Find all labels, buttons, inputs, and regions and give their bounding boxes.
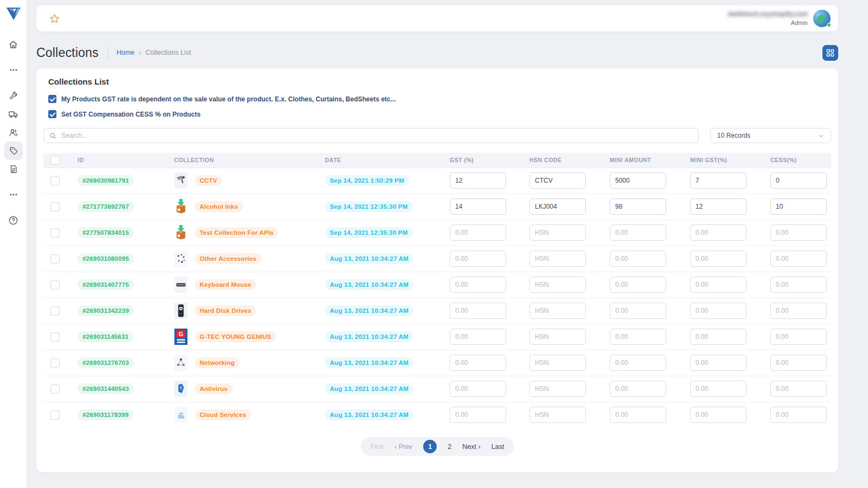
row-checkbox[interactable]: [50, 410, 60, 420]
pagination-first[interactable]: First: [371, 443, 384, 451]
hsn-code-input[interactable]: [529, 407, 586, 423]
gst-input[interactable]: [450, 172, 506, 189]
hsn-code-input[interactable]: [529, 224, 586, 241]
gst-input[interactable]: [450, 251, 506, 267]
row-checkbox[interactable]: [50, 280, 60, 290]
mini-gst-input[interactable]: [690, 198, 746, 215]
gst-option-checkbox[interactable]: [48, 110, 56, 118]
gst-input[interactable]: [450, 381, 506, 397]
mini-gst-input[interactable]: [690, 172, 746, 189]
row-checkbox[interactable]: [50, 254, 60, 264]
records-dropdown[interactable]: 10 Records: [710, 128, 831, 143]
row-checkbox[interactable]: [50, 202, 60, 211]
mini-amount-input[interactable]: [610, 277, 666, 293]
mini-gst-input[interactable]: [690, 407, 746, 423]
sidebar-item-home[interactable]: [4, 35, 23, 54]
sidebar-item-ellipsis[interactable]: [4, 61, 23, 79]
sidebar-item-ellipsis[interactable]: [4, 185, 23, 204]
cess-input[interactable]: [770, 407, 827, 423]
favorite-star-icon[interactable]: [48, 12, 61, 25]
row-checkbox[interactable]: [50, 228, 60, 237]
hsn-code-input[interactable]: [529, 381, 586, 397]
cess-input[interactable]: [770, 277, 827, 293]
row-checkbox[interactable]: [50, 384, 60, 394]
collection-name-badge[interactable]: Alcohol Inks: [195, 201, 243, 212]
mini-amount-input[interactable]: [610, 355, 666, 371]
sidebar-item-wrench[interactable]: [4, 86, 23, 105]
collection-name-badge[interactable]: Keyboard Mouse: [195, 279, 256, 290]
sidebar-item-document[interactable]: [4, 160, 23, 178]
gst-input[interactable]: [450, 329, 506, 345]
search-input[interactable]: [60, 131, 693, 140]
hsn-code-input[interactable]: [529, 277, 586, 293]
pagination-page-1[interactable]: 1: [423, 440, 437, 453]
hsn-code-input[interactable]: [529, 355, 586, 371]
mini-gst-input[interactable]: [690, 224, 746, 241]
hsn-code-input[interactable]: [529, 172, 586, 189]
mini-amount-input[interactable]: [610, 303, 666, 319]
row-checkbox[interactable]: [50, 358, 60, 368]
collection-name-badge[interactable]: G-TEC YOUNG GENIUS: [195, 331, 276, 342]
cess-input[interactable]: [770, 303, 827, 319]
cess-input[interactable]: [770, 381, 827, 397]
gst-input[interactable]: [450, 355, 506, 371]
cess-input[interactable]: [770, 251, 827, 267]
mini-amount-input[interactable]: [610, 329, 666, 345]
layout-grid-button[interactable]: [822, 45, 838, 61]
pagination-page-2[interactable]: 2: [448, 443, 451, 451]
mini-gst-input[interactable]: [690, 251, 746, 267]
pagination-next[interactable]: Next ›: [462, 443, 480, 451]
mini-amount-input[interactable]: [610, 407, 666, 423]
hsn-code-input[interactable]: [529, 198, 586, 215]
mini-amount-input[interactable]: [610, 251, 666, 267]
avatar[interactable]: [813, 10, 831, 27]
sidebar-item-tag[interactable]: [4, 142, 23, 160]
row-checkbox[interactable]: [50, 306, 60, 316]
row-id-badge: #269031080095: [78, 253, 134, 264]
mini-gst-input[interactable]: [690, 277, 746, 293]
cess-input[interactable]: [770, 355, 827, 371]
collection-name-badge[interactable]: Hard Disk Drives: [195, 305, 256, 316]
cess-input[interactable]: [770, 224, 827, 241]
keyboard-thumbnail: [174, 277, 188, 293]
row-checkbox[interactable]: [50, 176, 60, 185]
app-logo[interactable]: [5, 7, 22, 23]
collection-name-badge[interactable]: Cloud Services: [195, 409, 251, 420]
mini-gst-input[interactable]: [690, 355, 746, 371]
hsn-code-input[interactable]: [529, 251, 586, 267]
select-all-checkbox[interactable]: [50, 156, 60, 165]
gst-input[interactable]: [450, 277, 506, 293]
pagination-prev[interactable]: ‹ Prev: [394, 443, 412, 451]
row-id-badge: #269031440543: [78, 383, 134, 394]
gst-input[interactable]: [450, 407, 506, 423]
breadcrumb-home-link[interactable]: Home: [117, 49, 135, 56]
hsn-code-input[interactable]: [529, 303, 586, 319]
hsn-code-input[interactable]: [529, 329, 586, 345]
gst-input[interactable]: [450, 224, 506, 241]
mini-gst-input[interactable]: [690, 329, 746, 345]
mini-gst-input[interactable]: [690, 381, 746, 397]
collection-name-badge[interactable]: Other Accessories: [195, 253, 261, 264]
collection-name-badge[interactable]: CCTV: [195, 175, 222, 186]
mini-amount-input[interactable]: [610, 381, 666, 397]
pagination-last[interactable]: Last: [492, 443, 505, 451]
collection-name-badge[interactable]: Antivirus: [195, 383, 233, 394]
collection-name-badge[interactable]: Networking: [195, 357, 240, 368]
cess-input[interactable]: [770, 329, 827, 345]
mini-amount-input[interactable]: [610, 172, 666, 189]
sidebar-item-truck[interactable]: [4, 105, 23, 123]
cess-input[interactable]: [770, 172, 827, 189]
cess-input[interactable]: [770, 198, 827, 215]
main-content: dedhiinch.myshopify.com Admin Collection…: [27, 0, 868, 472]
mini-gst-input[interactable]: [690, 303, 746, 319]
mini-amount-input[interactable]: [610, 198, 666, 215]
gst-option-checkbox[interactable]: [48, 95, 56, 103]
sidebar-item-users[interactable]: [4, 123, 23, 142]
collection-name-badge[interactable]: Test Collection For APIs: [195, 227, 278, 238]
row-checkbox[interactable]: [50, 332, 60, 342]
row-date-badge: Aug 13, 2021 10:34:27 AM: [325, 279, 413, 290]
mini-amount-input[interactable]: [610, 224, 666, 241]
sidebar-item-help[interactable]: [4, 211, 23, 229]
gst-input[interactable]: [450, 198, 506, 215]
gst-input[interactable]: [450, 303, 506, 319]
